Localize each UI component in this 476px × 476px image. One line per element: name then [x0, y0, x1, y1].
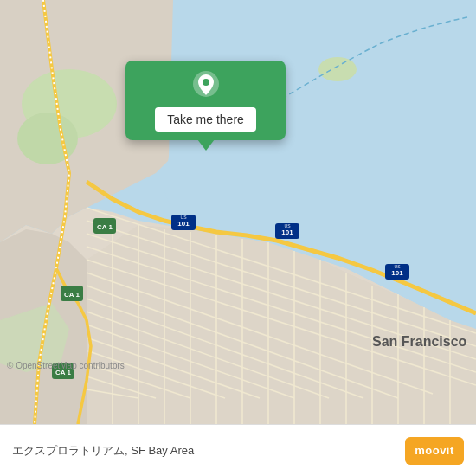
svg-text:San Francisco: San Francisco	[372, 334, 467, 349]
map-pin-icon	[190, 71, 222, 102]
svg-point-7	[17, 113, 78, 164]
svg-text:101: 101	[177, 220, 190, 228]
svg-point-8	[318, 57, 357, 81]
location-popup: Take me there	[125, 61, 286, 140]
bottom-info-bar: エクスプロラトリアム, SF Bay Area moovit	[0, 424, 476, 476]
take-me-there-button[interactable]: Take me there	[155, 107, 256, 132]
svg-text:US: US	[181, 215, 188, 220]
svg-text:CA 1: CA 1	[97, 223, 113, 231]
place-name-label: エクスプロラトリアム, SF Bay Area	[12, 443, 194, 459]
svg-text:CA 1: CA 1	[64, 291, 80, 299]
svg-text:US: US	[395, 264, 402, 269]
svg-text:101: 101	[281, 228, 293, 236]
svg-point-56	[203, 79, 209, 86]
svg-text:US: US	[285, 223, 292, 228]
moovit-logo: moovit	[405, 437, 464, 465]
map-copyright: © OpenStreetMap contributors	[7, 361, 125, 370]
svg-text:101: 101	[391, 269, 403, 277]
map-area: CA 1 101 US 101 US 101 US CA 1 CA 1 San …	[0, 0, 476, 424]
